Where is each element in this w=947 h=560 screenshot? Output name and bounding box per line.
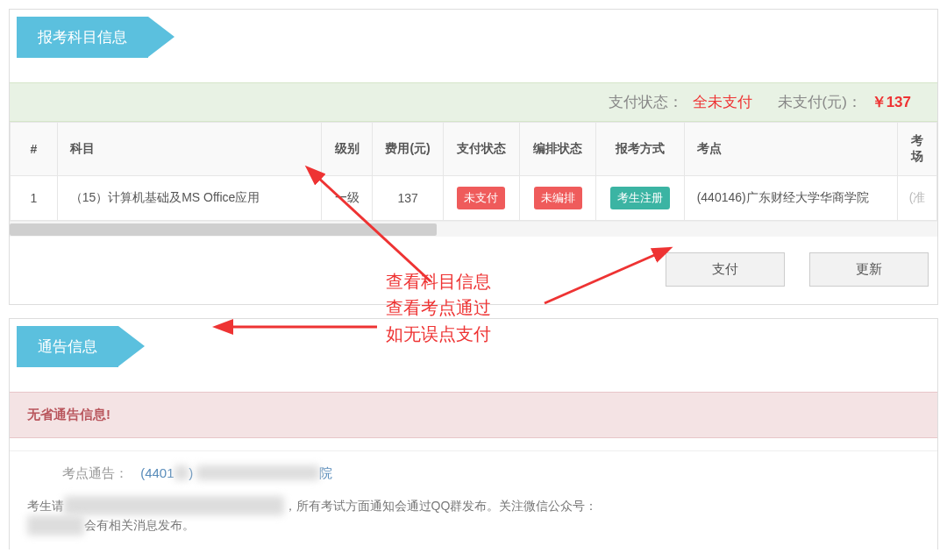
- table-header-row: # 科目 级别 费用(元) 支付状态 编排状态 报考方式 考点 考场: [11, 123, 937, 176]
- cell-site: (440146)广东财经大学华商学院: [684, 176, 898, 221]
- action-buttons-row: 支付 更新: [10, 237, 937, 304]
- notice-panel: 通告信息 无省通告信息! 考点通告： (440146) XXXXXXXXXXXX…: [9, 318, 938, 549]
- cell-level: 一级: [322, 176, 373, 221]
- pay-status-value: 全未支付: [693, 94, 752, 110]
- cell-pay-status: 未支付: [443, 176, 519, 221]
- notice-title: 通告信息: [17, 326, 118, 367]
- method-badge: 考生注册: [610, 187, 670, 209]
- cell-index: 1: [11, 176, 58, 221]
- col-extra: 考场: [898, 123, 937, 176]
- subject-info-panel: 报考科目信息 支付状态： 全未支付 未支付(元)： ￥137 # 科目 级别 费…: [9, 9, 938, 305]
- notice-body: 考生请XXXXXX XXXXXXXXX XXXXXXXXXXX，所有考试方面通知…: [10, 491, 937, 549]
- pay-status-badge: 未支付: [457, 187, 505, 209]
- col-method: 报考方式: [596, 123, 685, 176]
- site-notice-value: (440146) XXXXXXXXXXXXXX院: [140, 465, 332, 480]
- pay-button[interactable]: 支付: [666, 252, 785, 287]
- site-notice-header: 考点通告： (440146) XXXXXXXXXXXXXX院: [10, 451, 937, 491]
- col-pay-status: 支付状态: [443, 123, 519, 176]
- col-fee: 费用(元): [373, 123, 443, 176]
- site-notice-label: 考点通告：: [62, 465, 128, 480]
- unpaid-label: 未支付(元)：: [778, 94, 862, 110]
- cell-fee: 137: [373, 176, 443, 221]
- col-level: 级别: [322, 123, 373, 176]
- cell-subject: （15）计算机基础及MS Office应用: [57, 176, 322, 221]
- cell-arrange-status: 未编排: [519, 176, 595, 221]
- notice-body-line2: XXXXXXX会有相关消息发布。: [27, 518, 195, 532]
- col-site: 考点: [684, 123, 898, 176]
- refresh-button[interactable]: 更新: [809, 252, 929, 287]
- pay-status-label: 支付状态：: [609, 94, 683, 110]
- col-index: #: [11, 123, 58, 176]
- col-subject: 科目: [57, 123, 322, 176]
- unpaid-amount: ￥137: [872, 94, 911, 110]
- cell-extra: (准: [898, 176, 937, 221]
- notice-body-line1: 考生请XXXXXX XXXXXXXXX XXXXXXXXXXX，所有考试方面通知…: [27, 499, 597, 513]
- table-row: 1 （15）计算机基础及MS Office应用 一级 137 未支付 未编排 考…: [11, 176, 937, 221]
- scrollbar-thumb[interactable]: [10, 223, 437, 236]
- subject-table: # 科目 级别 费用(元) 支付状态 编排状态 报考方式 考点 考场 1 （15…: [10, 122, 937, 221]
- subject-table-container: # 科目 级别 费用(元) 支付状态 编排状态 报考方式 考点 考场 1 （15…: [10, 122, 937, 237]
- province-notice-alert: 无省通告信息!: [10, 392, 937, 438]
- subject-info-title: 报考科目信息: [17, 17, 148, 58]
- cell-method: 考生注册: [596, 176, 685, 221]
- arrange-status-badge: 未编排: [534, 187, 582, 209]
- payment-status-bar: 支付状态： 全未支付 未支付(元)： ￥137: [10, 82, 937, 122]
- horizontal-scrollbar[interactable]: [10, 221, 937, 237]
- col-arrange-status: 编排状态: [519, 123, 595, 176]
